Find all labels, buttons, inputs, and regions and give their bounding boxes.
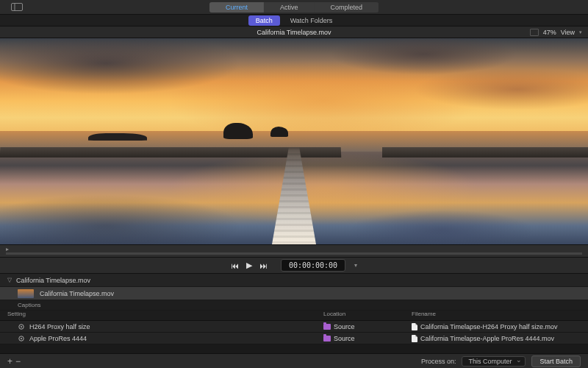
timeline-scrubber[interactable]: ▸: [0, 244, 588, 258]
start-batch-button[interactable]: Start Batch: [531, 355, 581, 367]
tab-watch-folders[interactable]: Watch Folders: [283, 15, 340, 26]
document-icon: [412, 335, 417, 342]
document-icon: [412, 323, 417, 330]
column-filename[interactable]: Filename: [412, 311, 436, 320]
output-row[interactable]: Apple ProRes 4444 Source California Time…: [0, 333, 588, 344]
output-row[interactable]: H264 Proxy half size Source California T…: [0, 321, 588, 333]
output-filename: California Timelapse-Apple ProRes 4444.m…: [420, 335, 554, 342]
mode-tabs: Batch Watch Folders: [0, 15, 588, 26]
tab-completed[interactable]: Completed: [315, 2, 379, 13]
view-menu[interactable]: View: [561, 29, 575, 36]
column-location[interactable]: Location: [323, 311, 412, 320]
captions-row[interactable]: Captions: [0, 300, 588, 311]
process-target-select[interactable]: This Computer: [462, 356, 526, 367]
folder-icon: [323, 336, 331, 342]
video-preview[interactable]: [0, 38, 588, 244]
svg-point-5: [21, 338, 22, 339]
setting-name: H264 Proxy half size: [29, 323, 90, 330]
location-name: Source: [334, 323, 355, 330]
svg-rect-0: [12, 4, 23, 11]
captions-label: Captions: [18, 302, 41, 308]
remove-button[interactable]: −: [15, 356, 21, 367]
footer-bar: + − Process on: This Computer Start Batc…: [0, 353, 588, 368]
add-button[interactable]: +: [7, 356, 12, 367]
gear-icon: [18, 323, 25, 330]
output-filename: California Timelapse-H264 Proxy half siz…: [420, 323, 558, 330]
status-segmented-control: Current Active Completed: [209, 2, 379, 13]
clip-thumbnail: [18, 289, 34, 298]
setting-name: Apple ProRes 4444: [29, 335, 87, 342]
tab-active[interactable]: Active: [264, 2, 315, 13]
sidebar-toggle-icon[interactable]: [9, 2, 25, 13]
top-toolbar: Current Active Completed: [0, 0, 588, 15]
playhead-icon[interactable]: ▸: [6, 246, 9, 252]
location-name: Source: [334, 335, 355, 342]
play-button[interactable]: ▶: [246, 261, 252, 270]
next-frame-button[interactable]: ⏭: [259, 261, 268, 270]
folder-icon: [323, 324, 331, 330]
process-on-label: Process on:: [421, 358, 456, 365]
zoom-level[interactable]: 47%: [543, 29, 556, 36]
column-setting[interactable]: Setting: [0, 311, 323, 320]
preview-title: California Timelapse.mov: [257, 29, 331, 36]
columns-header: Setting Location Filename: [0, 311, 588, 321]
clip-row[interactable]: California Timelapse.mov: [0, 287, 588, 300]
prev-frame-button[interactable]: ⏮: [231, 261, 239, 270]
disclosure-triangle-icon[interactable]: ▽: [7, 277, 12, 283]
tab-current[interactable]: Current: [209, 2, 264, 13]
chevron-down-icon[interactable]: ▾: [579, 29, 582, 35]
preview-header: California Timelapse.mov 47% View ▾: [0, 26, 588, 38]
svg-point-3: [21, 326, 22, 328]
gear-icon: [18, 335, 25, 342]
timecode-menu-icon[interactable]: ▾: [354, 262, 357, 269]
transport-controls: ⏮ ▶ ⏭ 00:00:00:00 ▾: [0, 258, 588, 274]
clip-name: California Timelapse.mov: [40, 290, 114, 297]
job-group-row[interactable]: ▽ California Timelapse.mov: [0, 274, 588, 287]
timecode-display[interactable]: 00:00:00:00: [281, 259, 345, 272]
aspect-toggle-icon[interactable]: [530, 29, 539, 36]
tab-batch[interactable]: Batch: [248, 15, 280, 26]
job-group-name: California Timelapse.mov: [16, 277, 90, 284]
batch-panel: ▽ California Timelapse.mov California Ti…: [0, 274, 588, 344]
